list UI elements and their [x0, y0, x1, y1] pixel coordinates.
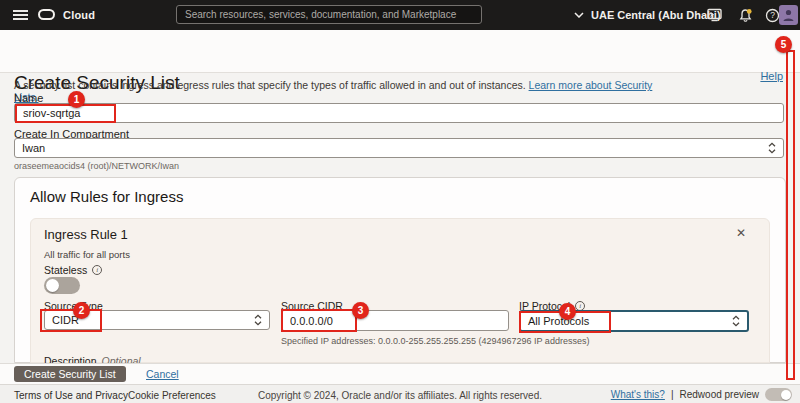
source-cidr-input[interactable] — [281, 310, 509, 331]
close-icon[interactable]: ✕ — [736, 226, 746, 240]
compartment-select[interactable]: Iwan — [14, 138, 784, 158]
select-arrows-icon — [768, 142, 776, 154]
page-footer: Terms of Use and Privacy Cookie Preferen… — [0, 384, 800, 403]
region-selector[interactable]: UAE Central (Abu Dhabi) — [574, 0, 721, 30]
cidr-help-text: Specified IP addresses: 0.0.0.0-255.255.… — [281, 336, 589, 346]
info-icon[interactable]: i — [92, 265, 102, 275]
redwood-preview-label: Redwood preview — [680, 389, 760, 400]
page-header: Create Security List Help — [0, 30, 800, 73]
brand-label[interactable]: Cloud — [63, 9, 95, 21]
ingress-rule-subtitle: All traffic for all ports — [44, 249, 130, 260]
intro-description: A security list contains ingress and egr… — [14, 79, 529, 91]
chevron-down-icon — [574, 12, 584, 18]
stateless-row: Stateless i — [44, 264, 102, 276]
select-arrows-icon — [254, 314, 262, 326]
cloud-shell-icon[interactable] — [705, 7, 723, 23]
source-type-select[interactable]: CIDR — [44, 310, 270, 330]
select-arrows-icon — [732, 315, 740, 327]
footer-right: What's this? | Redwood preview — [611, 388, 792, 401]
ip-protocol-value: All Protocols — [528, 315, 589, 327]
intro-text: A security list contains ingress and egr… — [14, 79, 654, 103]
redwood-preview-toggle[interactable] — [765, 388, 792, 401]
user-profile-icon[interactable] — [779, 5, 798, 25]
create-security-list-button[interactable]: Create Security List — [14, 366, 126, 382]
oracle-logo-icon[interactable] — [38, 9, 55, 20]
annotation-box-scrollbar — [786, 50, 795, 380]
stateless-toggle[interactable] — [44, 277, 80, 294]
ingress-section-title: Allow Rules for Ingress — [30, 188, 183, 205]
compartment-path: oraseemeaocids4 (root)/NETWORK/Iwan — [14, 161, 179, 171]
cancel-link[interactable]: Cancel — [146, 368, 179, 380]
announcements-bell-icon[interactable] — [736, 7, 754, 23]
compartment-value: Iwan — [22, 142, 45, 154]
region-label: UAE Central (Abu Dhabi) — [591, 9, 721, 21]
whats-this-link[interactable]: What's this? — [611, 389, 665, 400]
hamburger-menu-icon[interactable] — [13, 10, 28, 20]
ip-protocol-select[interactable]: All Protocols — [519, 310, 749, 332]
search-input[interactable] — [176, 5, 482, 24]
name-input[interactable] — [14, 103, 784, 123]
help-link[interactable]: Help — [760, 70, 783, 82]
top-navigation-bar: Cloud UAE Central (Abu Dhabi) ? — [0, 0, 800, 30]
stateless-label: Stateless — [44, 264, 87, 276]
oci-console-create-security-list: Cloud UAE Central (Abu Dhabi) ? Create S… — [0, 0, 800, 403]
svg-text:?: ? — [770, 10, 775, 20]
ingress-rule-title: Ingress Rule 1 — [44, 227, 128, 242]
footer-separator: | — [671, 389, 674, 400]
source-type-value: CIDR — [52, 314, 79, 326]
